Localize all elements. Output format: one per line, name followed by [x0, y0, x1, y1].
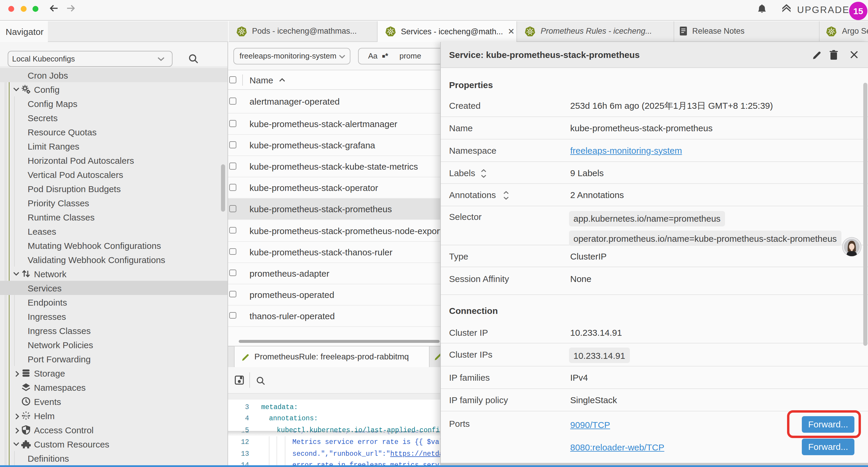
- svg-text:HELM: HELM: [22, 414, 30, 417]
